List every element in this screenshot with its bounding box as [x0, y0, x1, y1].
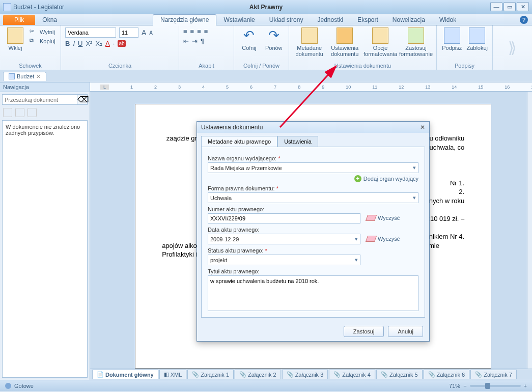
nav-view3-icon[interactable]	[27, 108, 37, 117]
attach-icon: 📎	[239, 371, 246, 378]
apply-button[interactable]: Zastosuj	[344, 326, 384, 337]
underline-button[interactable]: U	[78, 40, 82, 47]
search-input[interactable]	[2, 94, 77, 105]
group-czcionka: Czcionka	[65, 62, 175, 69]
zablokuj-label: Zablokuj	[466, 45, 488, 51]
cut-button[interactable]: ✂Wytnij	[30, 27, 55, 37]
label-numer: Numer aktu prawnego:	[208, 206, 418, 212]
subscript-button[interactable]: X₂	[95, 40, 102, 47]
italic-button[interactable]: I	[73, 40, 75, 47]
document-tab[interactable]: Budzet ✕	[3, 72, 46, 81]
input-tytul[interactable]	[208, 275, 418, 311]
grow-font-icon[interactable]: A	[142, 29, 146, 37]
tab-zal-2[interactable]: 📎Załącznik 2	[235, 370, 281, 379]
clear-numer-link[interactable]: Wyczyść	[367, 215, 400, 221]
tab-xml[interactable]: ◧XML	[159, 370, 187, 379]
tab-eksport[interactable]: Eksport	[350, 15, 385, 25]
ustawienia-dok-button[interactable]: Ustawienia dokumentu	[329, 27, 361, 57]
font-color-button[interactable]: A	[105, 40, 110, 47]
tab-narzedzia-glowne[interactable]: Narzędzia główne	[153, 14, 216, 25]
zoom-in-button[interactable]: +	[524, 383, 527, 389]
indent-inc-icon[interactable]: ⇥	[192, 37, 198, 45]
align-center-icon[interactable]: ≡	[190, 27, 194, 35]
align-right-icon[interactable]: ≡	[197, 27, 201, 35]
superscript-button[interactable]: X²	[86, 40, 92, 47]
nav-view2-icon[interactable]	[15, 108, 24, 117]
tab-zal-4[interactable]: 📎Załącznik 4	[329, 370, 375, 379]
undo-button[interactable]: ↶ Cofnij	[238, 27, 260, 51]
chevron-icon[interactable]: ⟫	[508, 39, 517, 57]
combo-status[interactable]: projekt▾	[208, 255, 360, 265]
input-numer[interactable]	[208, 213, 360, 223]
zastosuj-format-button[interactable]: Zastosuj formatowanie	[400, 27, 432, 57]
podpisz-button[interactable]: Podpisz	[441, 27, 463, 51]
vertical-scrollbar[interactable]	[527, 92, 532, 369]
close-button[interactable]: ✕	[517, 2, 529, 11]
dialog-tab-ustawienia[interactable]: Ustawienia	[277, 136, 318, 147]
tab-zal-3[interactable]: 📎Załącznik 3	[282, 370, 328, 379]
combo-organ[interactable]: Rada Miejska w Przemkowie▾	[208, 162, 418, 173]
label-organ: Nazwa organu wydającego:	[208, 155, 276, 161]
size-select[interactable]	[119, 27, 138, 38]
copy-button[interactable]: ⧉Kopiuj	[30, 37, 55, 46]
nav-view1-icon[interactable]	[3, 108, 12, 117]
tab-widok[interactable]: Widok	[432, 15, 463, 25]
zablokuj-button[interactable]: Zablokuj	[466, 27, 489, 51]
copy-label: Kopiuj	[40, 38, 55, 44]
close-tab-icon[interactable]: ✕	[36, 73, 41, 80]
combo-forma[interactable]: Uchwała▾	[208, 192, 418, 203]
metadane-button[interactable]: Metadane dokumentu	[293, 27, 326, 57]
tab-zal-7[interactable]: 📎Załącznik 7	[470, 370, 517, 379]
cancel-button[interactable]: Anuluj	[388, 326, 423, 337]
redo-label: Ponów	[265, 45, 283, 51]
v-status: projekt	[210, 257, 227, 263]
ustawienia-dok-label: Ustawienia dokumentu	[329, 45, 361, 57]
tab-zal-6[interactable]: 📎Załącznik 6	[424, 370, 470, 379]
ruler[interactable]: L 1234567891011121314151617	[90, 82, 532, 92]
zoom-out-button[interactable]: −	[463, 383, 466, 389]
maximize-button[interactable]: ▭	[503, 2, 516, 11]
paragraph-icon[interactable]: ¶	[201, 37, 204, 45]
tab-uklad-strony[interactable]: Układ strony	[262, 15, 311, 25]
doc-icon: 📄	[97, 371, 104, 378]
abc-button[interactable]: ab	[118, 40, 125, 47]
align-justify-icon[interactable]: ≡	[204, 27, 208, 35]
tab-zal-1[interactable]: 📎Załącznik 1	[187, 370, 234, 379]
opcje-format-button[interactable]: Opcje formatowania	[364, 27, 397, 57]
indent-dec-icon[interactable]: ⇤	[183, 37, 189, 45]
tab-jednostki[interactable]: Jednostki	[310, 15, 350, 25]
clear-data-link[interactable]: Wyczyść	[367, 236, 400, 242]
erase-search-button[interactable]: ⌫	[77, 94, 88, 105]
shrink-font-icon[interactable]: A	[149, 30, 153, 36]
zoom-slider[interactable]	[470, 385, 521, 387]
zoom-value: 71%	[449, 383, 460, 389]
paste-button[interactable]: Wklej	[4, 27, 26, 51]
menu-bar: Plik Okna Narzędzia główne Wstawianie Uk…	[0, 14, 532, 25]
navigation-body: W dokumencie nie znaleziono żadnych przy…	[2, 120, 88, 378]
tab-nowelizacja[interactable]: Nowelizacja	[385, 15, 432, 25]
dialog-tab-metadane[interactable]: Metadane aktu prawnego	[201, 136, 277, 147]
status-bar: Gotowe 71% − +	[0, 380, 532, 391]
sign-icon	[444, 27, 460, 44]
file-menu[interactable]: Plik	[3, 15, 35, 25]
opcje-format-label: Opcje formatowania	[363, 45, 397, 57]
redo-button[interactable]: ↷ Ponów	[263, 27, 285, 51]
undo-label: Cofnij	[242, 45, 256, 51]
tab-zal-5[interactable]: 📎Załącznik 5	[376, 370, 423, 379]
chevron-down-icon: ▾	[413, 164, 416, 171]
okna-menu[interactable]: Okna	[35, 15, 64, 25]
window-title-left: Budzet - Legislator	[13, 4, 64, 11]
minimize-button[interactable]: —	[490, 2, 502, 11]
plus-icon: +	[354, 175, 361, 182]
font-select[interactable]	[65, 27, 116, 38]
tab-wstawianie[interactable]: Wstawianie	[216, 15, 262, 25]
combo-data[interactable]: 2009-12-29▾	[208, 234, 360, 244]
dialog-close-button[interactable]: ✕	[420, 124, 425, 131]
help-icon[interactable]: ?	[520, 16, 528, 24]
add-organ-link[interactable]: +Dodaj organ wydający	[208, 175, 418, 182]
bold-button[interactable]: B	[65, 40, 70, 47]
align-left-icon[interactable]: ≡	[183, 27, 187, 35]
document-icon	[301, 27, 318, 44]
tab-dokument-glowny[interactable]: 📄Dokument główny	[92, 370, 158, 379]
group-akapit: Akapit	[183, 62, 230, 69]
